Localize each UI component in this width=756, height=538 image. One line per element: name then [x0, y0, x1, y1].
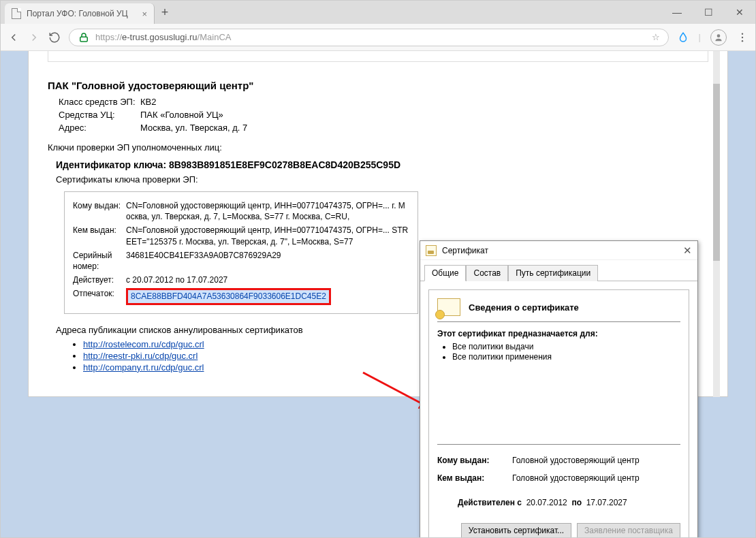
tab-general[interactable]: Общие [424, 265, 466, 281]
page-file-icon [12, 8, 21, 19]
tab-cert-path[interactable]: Путь сертификации [508, 265, 598, 281]
address-bar: https://e-trust.gosuslugi.ru/MainCA ☆ | [1, 24, 755, 51]
dialog-close-button[interactable]: ✕ [683, 244, 692, 257]
cert-valid-value: с 20.07.2012 по 17.07.2027 [126, 274, 409, 285]
window-close-button[interactable]: ✕ [724, 1, 755, 24]
nav-forward-icon[interactable] [28, 31, 40, 44]
avatar-separator: | [699, 32, 701, 42]
address-value: Москва, ул. Тверская, д. 7 [140, 123, 247, 133]
profile-avatar-icon[interactable] [710, 29, 727, 46]
collapsed-panel [48, 51, 708, 62]
svg-point-2 [742, 33, 743, 34]
cert-to-label: Кому выдан: [73, 200, 126, 222]
install-certificate-button[interactable]: Установить сертификат... [461, 523, 571, 537]
purpose-title: Этот сертификат предназначается для: [437, 329, 680, 338]
window-minimize-button[interactable]: — [661, 1, 693, 24]
issued-by-value: Головной удостоверяющий центр [512, 473, 640, 483]
purpose-item: Все политики выдачи [452, 342, 680, 351]
means-label: Средства УЦ: [59, 110, 140, 120]
browser-titlebar: Портал УФО: Головной УЦ × + — ☐ ✕ [1, 1, 755, 24]
tab-close-icon[interactable]: × [142, 9, 147, 19]
url-text: https://e-trust.gosuslugi.ru/MainCA [95, 32, 231, 42]
new-tab-button[interactable]: + [155, 1, 175, 24]
means-value: ПАК «Головной УЦ» [140, 110, 223, 120]
cert-to-value: CN=Головной удостоверяющий центр, ИНН=00… [126, 200, 409, 222]
certs-line: Сертификаты ключа проверки ЭП: [56, 174, 708, 185]
class-value: КВ2 [140, 97, 156, 107]
tab-title: Портал УФО: Головной УЦ [27, 9, 136, 18]
cert-info-heading: Сведения о сертификате [469, 302, 579, 313]
certificate-icon [426, 245, 437, 256]
svg-point-3 [742, 36, 743, 37]
class-label: Класс средств ЭП: [59, 97, 140, 107]
page-viewport: ПАК "Головной удостоверяющий центр" Клас… [1, 51, 755, 537]
cert-serial-value: 34681E40CB41EF33A9A0B7C876929A29 [126, 250, 409, 272]
browser-menu-icon[interactable] [736, 31, 749, 44]
keys-line: Ключи проверки ЭП уполномоченных лиц: [48, 142, 708, 153]
cert-by-label: Кем выдан: [73, 225, 126, 247]
nav-back-icon[interactable] [7, 31, 20, 44]
browser-tab[interactable]: Портал УФО: Головной УЦ × [5, 3, 155, 24]
crl-link-1[interactable]: http://reestr-pki.ru/cdp/guc.crl [83, 351, 198, 361]
tab-details[interactable]: Состав [466, 265, 508, 281]
drop-icon[interactable] [677, 31, 689, 44]
key-identifier: Идентификатор ключа: 8B983B891851E8EF9C0… [56, 159, 708, 170]
issued-by-label: Кем выдан: [437, 473, 512, 483]
cert-serial-label: Серийный номер: [73, 250, 126, 272]
certificate-detail-box: Кому выдан:CN=Головной удостоверяющий це… [64, 191, 418, 314]
certificate-dialog: Сертификат ✕ Общие Состав Путь сертифика… [420, 240, 698, 537]
cert-fingerprint-label: Отпечаток: [73, 288, 126, 304]
purpose-item: Все политики применения [452, 352, 680, 362]
certificate-ribbon-icon [437, 298, 460, 316]
svg-point-4 [742, 40, 743, 42]
issued-to-label: Кому выдан: [437, 456, 512, 465]
validity-line: Действителен с 20.07.2012 по 17.07.2027 [458, 498, 680, 507]
address-label: Адрес: [59, 123, 140, 133]
url-field[interactable]: https://e-trust.gosuslugi.ru/MainCA ☆ [69, 29, 669, 46]
cert-valid-label: Действует: [73, 274, 126, 285]
crl-link-0[interactable]: http://rostelecom.ru/cdp/guc.crl [83, 339, 204, 349]
page-scrollbar[interactable] [713, 51, 720, 397]
cert-fingerprint-value[interactable]: 8CAE88BBFD404A7A53630864F9033606E1DC45E2 [126, 288, 331, 304]
window-maximize-button[interactable]: ☐ [693, 1, 724, 24]
nav-reload-icon[interactable] [48, 31, 61, 44]
bookmark-star-icon[interactable]: ☆ [652, 32, 660, 42]
pak-title: ПАК "Головной удостоверяющий центр" [48, 80, 708, 91]
cert-by-value: CN=Головной удостоверяющий центр, ИНН=00… [126, 225, 409, 247]
issued-to-value: Головной удостоверяющий центр [512, 456, 640, 465]
issuer-statement-button: Заявление поставщика [577, 523, 680, 537]
svg-rect-0 [80, 37, 88, 42]
lock-icon [78, 31, 90, 44]
crl-link-2[interactable]: http://company.rt.ru/cdp/guc.crl [83, 362, 204, 373]
dialog-title: Сертификат [442, 246, 683, 255]
svg-point-1 [717, 34, 721, 37]
